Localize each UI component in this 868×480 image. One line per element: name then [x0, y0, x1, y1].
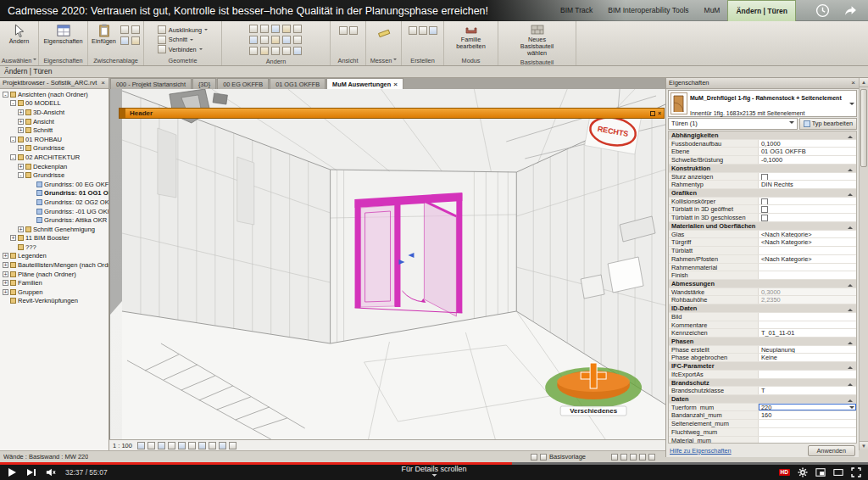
- tree-toggle-icon[interactable]: +: [10, 235, 16, 241]
- tree-toggle-icon[interactable]: [29, 181, 35, 187]
- properties-help-link[interactable]: Hilfe zu Eigenschaften: [670, 447, 804, 455]
- right-scrollbar[interactable]: ▲ ▼: [859, 78, 868, 450]
- view-scale[interactable]: 1 : 100: [113, 442, 132, 449]
- rotate-tool-icon[interactable]: [260, 36, 269, 44]
- fullscreen-button[interactable]: [851, 467, 861, 477]
- paste-button[interactable]: Einfügen: [90, 23, 118, 46]
- property-row[interactable]: Kennzeichen T_01_11-01: [669, 329, 856, 338]
- tree-toggle-icon[interactable]: +: [18, 109, 24, 115]
- exclude-options-icon[interactable]: [620, 454, 627, 460]
- tree-toggle-icon[interactable]: -: [10, 100, 16, 106]
- tree-toggle-icon[interactable]: +: [3, 262, 8, 268]
- property-value[interactable]: [759, 428, 856, 436]
- property-row[interactable]: IfcExportAs: [669, 371, 856, 379]
- property-value[interactable]: [759, 321, 856, 329]
- tree-item[interactable]: + Grundrisse: [0, 144, 108, 153]
- detail-level-icon[interactable]: [137, 442, 145, 449]
- property-row[interactable]: Tuerform_mum 220: [669, 404, 856, 412]
- tree-item[interactable]: + Schnitt Genehmigung: [0, 225, 108, 234]
- align-tool-icon[interactable]: [249, 25, 258, 33]
- geometry-menu-item[interactable]: Schnitt: [158, 36, 208, 44]
- tree-item[interactable]: - Ansichten (nach Ordner): [0, 90, 108, 99]
- scale-tool-icon[interactable]: [249, 47, 258, 55]
- match-type-tool-icon[interactable]: [120, 36, 129, 45]
- tree-toggle-icon[interactable]: [29, 209, 35, 215]
- property-value[interactable]: -0,1000: [759, 156, 856, 164]
- property-value[interactable]: [759, 214, 856, 221]
- property-row[interactable]: Rahmenmaterial: [669, 264, 856, 272]
- property-value[interactable]: [759, 313, 856, 321]
- copy-tool-icon[interactable]: [131, 25, 140, 34]
- property-value[interactable]: DIN Rechts: [759, 181, 856, 188]
- property-value[interactable]: [759, 247, 856, 254]
- geometry-menu-item[interactable]: Verbinden: [158, 45, 208, 53]
- property-value[interactable]: T: [759, 387, 856, 394]
- press-drag-icon[interactable]: [630, 454, 637, 460]
- design-options-icon[interactable]: [540, 454, 547, 460]
- view-tab[interactable]: 01 OG1 OKFFB: [270, 78, 326, 89]
- property-row[interactable]: Wandstärke 0,3000: [669, 288, 856, 297]
- property-row[interactable]: Bild: [669, 313, 856, 321]
- property-row[interactable]: Türblatt in 3D geschlossen: [669, 214, 856, 222]
- floating-schedule-header[interactable]: Header ×: [119, 108, 665, 119]
- view-tab[interactable]: 00 EG OKFFB: [217, 78, 269, 89]
- property-value[interactable]: 160: [759, 411, 856, 419]
- property-row[interactable]: Material_mum: [669, 437, 856, 444]
- property-row[interactable]: Rohbauhöhe 2,2350: [669, 296, 856, 304]
- tree-toggle-icon[interactable]: +: [3, 253, 8, 259]
- model-canvas[interactable]: RECHTS Verschiedenes: [109, 89, 665, 439]
- scrollbar-thumb[interactable]: [860, 89, 867, 167]
- tree-toggle-icon[interactable]: +: [3, 289, 8, 295]
- property-row[interactable]: Schwelle/Brüstung -0,1000: [669, 156, 856, 165]
- property-row[interactable]: Ebene 01 OG1 OKFFB: [669, 148, 856, 156]
- tree-item[interactable]: - 00 MODELL: [0, 99, 108, 109]
- share-icon[interactable]: [843, 3, 858, 18]
- property-row[interactable]: Bandanzahl_mum 160: [669, 411, 856, 420]
- crop-view-icon[interactable]: [178, 442, 186, 449]
- restore-icon[interactable]: [650, 111, 655, 116]
- join-tool-icon[interactable]: [293, 47, 302, 55]
- tree-item[interactable]: + Deckenplan: [0, 162, 108, 171]
- property-row[interactable]: Brandschutzklasse T: [669, 387, 856, 395]
- displace-elements-tool-icon[interactable]: [349, 26, 358, 35]
- property-value[interactable]: 2,2350: [759, 296, 856, 304]
- tree-item[interactable]: + 3D-Ansicht: [0, 108, 108, 117]
- property-row[interactable]: Finish: [669, 271, 856, 280]
- model-3d-view[interactable]: RECHTS Verschiedenes: [110, 89, 665, 439]
- panel-label-eigenschaften[interactable]: Eigenschaften: [39, 56, 87, 65]
- watch-later-icon[interactable]: [815, 3, 830, 18]
- property-row[interactable]: Phase abgebrochen Keine: [669, 354, 856, 362]
- tree-toggle-icon[interactable]: [3, 298, 8, 304]
- property-value[interactable]: 220: [759, 404, 856, 411]
- property-value[interactable]: [759, 205, 856, 213]
- editable-only-icon[interactable]: [611, 454, 618, 460]
- analytical-model-icon[interactable]: [219, 442, 226, 449]
- property-row[interactable]: Grafiken: [669, 189, 856, 198]
- tree-toggle-icon[interactable]: -: [10, 154, 16, 160]
- pick-new-host-button[interactable]: Neues Basisbauteil wählen: [510, 23, 565, 58]
- panel-label-geometrie[interactable]: Geometrie: [144, 56, 221, 65]
- tree-item[interactable]: Grundriss: 02 OG2 OKFFI: [0, 198, 108, 207]
- property-row[interactable]: Kollisionskörper: [669, 198, 856, 206]
- tree-item[interactable]: Grundriss: 01 OG1 OKFF...: [0, 189, 108, 198]
- property-row[interactable]: Abmessungen: [669, 280, 856, 288]
- property-value[interactable]: [759, 198, 856, 205]
- view-tab[interactable]: {3D}: [192, 78, 216, 89]
- shadows-icon[interactable]: [168, 442, 175, 449]
- property-value[interactable]: 0,1000: [759, 140, 856, 148]
- view-tab[interactable]: 000 - Projekt Startansicht: [110, 78, 192, 89]
- mirror-line-tool-icon[interactable]: [282, 25, 291, 33]
- properties-close-icon[interactable]: ×: [850, 78, 856, 88]
- apply-button[interactable]: Anwenden: [808, 445, 856, 456]
- tree-item[interactable]: Grundriss: Attika OKR: [0, 215, 108, 225]
- property-row[interactable]: ID-Daten: [669, 304, 856, 313]
- theater-button[interactable]: [833, 467, 843, 477]
- paste-options-tool-icon[interactable]: [131, 36, 140, 45]
- offset-tool-icon[interactable]: [260, 25, 269, 33]
- property-row[interactable]: Phasen: [669, 338, 856, 346]
- tree-item[interactable]: + Familien: [0, 278, 108, 287]
- property-value[interactable]: 0,3000: [759, 288, 856, 296]
- tree-toggle-icon[interactable]: -: [18, 172, 24, 178]
- panel-label-auswaehlen[interactable]: Auswählen: [0, 56, 38, 65]
- create-similar-tool-icon[interactable]: [419, 26, 427, 35]
